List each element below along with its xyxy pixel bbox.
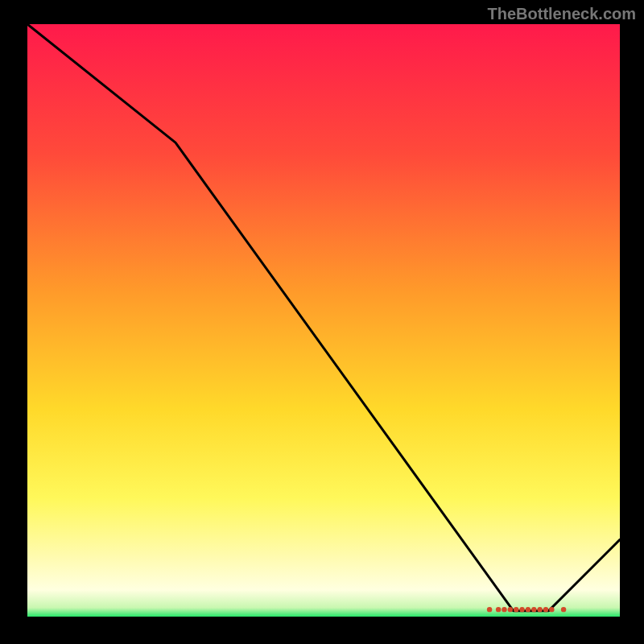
marker-point — [519, 607, 524, 612]
marker-point — [543, 607, 548, 612]
marker-point — [531, 607, 536, 612]
marker-point — [537, 607, 542, 612]
plot-area — [27, 24, 620, 617]
chart-frame: TheBottleneck.com — [0, 0, 644, 644]
gradient-background — [27, 24, 620, 617]
marker-point — [561, 607, 566, 612]
marker-point — [514, 607, 518, 612]
marker-point — [487, 607, 492, 612]
marker-point — [496, 607, 501, 612]
marker-point — [502, 607, 506, 612]
watermark-text: TheBottleneck.com — [488, 5, 636, 23]
marker-point — [526, 607, 530, 612]
marker-point — [508, 607, 513, 612]
plot-svg — [27, 24, 620, 617]
marker-point — [549, 607, 554, 612]
